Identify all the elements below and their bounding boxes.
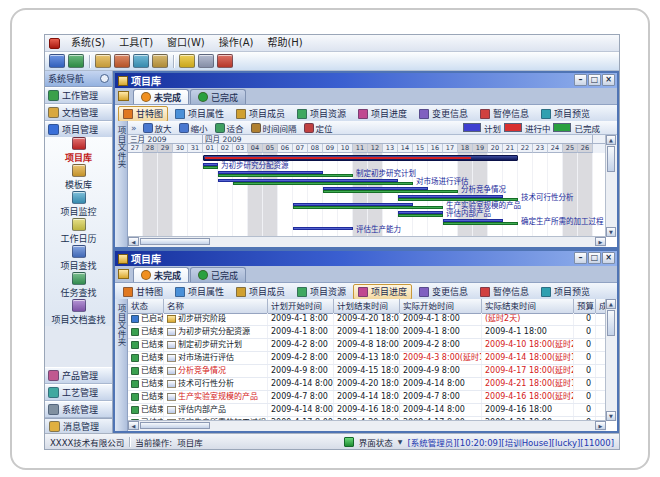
table-row[interactable]: 已结束技术可行性分析2009-4-14 8:002009-4-20 18:002… [128,378,606,391]
view-tab-项目进度[interactable]: 项目进度 [353,106,412,122]
view-tab-项目进度[interactable]: 项目进度 [353,284,412,300]
horizontal-scroll-thumb[interactable] [140,238,210,245]
dropdown-arrow-icon[interactable]: ▼ [398,438,403,445]
minimize-button[interactable]: – [574,74,587,86]
gantt-actual-bar[interactable] [233,182,413,185]
table-row[interactable]: 已结束生产实验室规模的产品2009-4-7 8:002009-4-14 18:0… [128,391,606,404]
menu-item-0[interactable]: 系统(S) [64,35,112,51]
view-tab-变更信息[interactable]: 变更信息 [414,284,473,300]
view-tab-变更信息[interactable]: 变更信息 [414,106,473,122]
minimize-button[interactable]: – [574,252,587,264]
gantt-actual-bar[interactable] [203,166,218,169]
restore-button[interactable]: □ [588,252,601,264]
sidebar-item-模板库[interactable]: 模板库 [45,164,112,191]
sidebar-group-工作管理[interactable]: 工作管理 [45,87,112,104]
view-tab-项目资源[interactable]: 项目资源 [292,106,351,122]
tab-已完成[interactable]: 已完成 [190,267,246,282]
table-row[interactable]: 已结束分析竞争情况2009-4-9 8:002009-4-15 18:00200… [128,365,606,378]
close-button[interactable]: × [602,74,615,86]
scroll-right-button[interactable]: ▶ [595,421,606,430]
column-header-计划开始时间[interactable]: 计划开始时间 [268,299,334,313]
view-tab-项目成员[interactable]: 项目成员 [231,106,290,122]
gantt-plan-bar[interactable] [293,227,353,230]
pushpin-icon[interactable] [100,74,109,83]
table-row[interactable]: 已启动初步研究阶段2009-4-1 8:002009-4-20 18:00200… [128,313,606,326]
refresh-icon[interactable] [68,54,84,68]
vertical-scrollbar[interactable]: ▲▼ [605,135,617,237]
menu-item-3[interactable]: 操作(A) [212,35,261,51]
sidebar-item-项目查找[interactable]: 项目查找 [45,245,112,272]
vertical-scroll-thumb[interactable] [607,310,615,336]
lock-icon[interactable] [179,54,195,68]
menu-item-2[interactable]: 窗口(W) [160,35,212,51]
tab-已完成[interactable]: 已完成 [190,89,246,104]
column-header-计划结束时间[interactable]: 计划结束时间 [334,299,400,313]
scroll-left-button[interactable]: ◀ [128,237,139,246]
scroll-up-button[interactable]: ▲ [606,299,616,309]
horizontal-scrollbar[interactable]: ◀▶ [128,236,606,247]
view-tab-项目属性[interactable]: 项目属性 [170,106,229,122]
sidebar-item-项目文档查找[interactable]: 项目文档查找 [45,299,112,326]
menu-item-4[interactable]: 帮助(H) [260,35,309,51]
ui-state-label[interactable]: 界面状态 [359,436,393,448]
scroll-up-button[interactable]: ▲ [606,135,616,145]
gantt-tool-放大[interactable]: 放大 [140,122,175,134]
view-tab-甘特图[interactable]: 甘特图 [118,284,168,300]
sidebar-group-文档管理[interactable]: 文档管理 [45,104,112,121]
sidebar-group-项目管理[interactable]: 项目管理 [45,121,112,138]
close-button[interactable]: × [602,252,615,264]
folder-sidebar-tab[interactable]: 项目文件夹 [115,121,128,247]
sidebar-group-产品管理[interactable]: 产品管理 [45,367,112,384]
column-header-预算[interactable]: 预算 [574,299,596,313]
view-tab-项目成员[interactable]: 项目成员 [231,284,290,300]
gantt-tool-适合[interactable]: 适合 [212,122,247,134]
sidebar-item-任务查找[interactable]: 任务查找 [45,272,112,299]
sidebar-item-工作日历[interactable]: 工作日历 [45,218,112,245]
key-icon[interactable] [198,54,214,68]
more-tools-icon[interactable]: » [131,123,137,133]
column-header-名称[interactable]: 名称 [164,299,268,313]
tab-未完成[interactable]: 未完成 [133,89,189,104]
window-titlebar[interactable]: 项目库–□× [115,73,617,88]
sidebar-item-项目监控[interactable]: 项目监控 [45,191,112,218]
table-row[interactable]: 已结束评估内部产品2009-4-14 8:002009-4-16 18:0020… [128,404,606,417]
view-tab-甘特图[interactable]: 甘特图 [118,106,168,122]
tab-未完成[interactable]: 未完成 [133,267,189,282]
horizontal-scroll-thumb[interactable] [140,422,210,429]
monitor-icon[interactable] [133,54,149,68]
gantt-tool-缩小[interactable]: 缩小 [176,122,211,134]
restore-button[interactable]: □ [588,74,601,86]
view-tab-暂停信息[interactable]: 暂停信息 [475,284,534,300]
horizontal-scrollbar[interactable]: ◀▶ [128,420,606,431]
scroll-down-button[interactable]: ▼ [606,227,616,237]
view-tab-暂停信息[interactable]: 暂停信息 [475,106,534,122]
folder-icon[interactable] [95,54,111,68]
sidebar-group-系统管理[interactable]: 系统管理 [45,401,112,418]
chart-icon[interactable] [114,54,130,68]
gantt-actual-bar[interactable] [293,206,443,209]
scroll-right-button[interactable]: ▶ [595,237,606,246]
column-header-实际开始时间[interactable]: 实际开始时间 [400,299,482,313]
table-row[interactable]: 已结束制定初步研究计划2009-4-2 8:002009-4-8 18:0020… [128,339,606,352]
gantt-actual-bar[interactable] [218,174,353,177]
folder-sidebar-tab[interactable]: 项目文件夹 [115,299,128,431]
view-tab-项目属性[interactable]: 项目属性 [170,284,229,300]
exit-icon[interactable] [217,54,233,68]
mail-icon[interactable] [152,54,168,68]
project-icon[interactable] [49,54,65,68]
column-header-状态[interactable]: 状态 [128,299,164,313]
menu-item-1[interactable]: 工具(T) [112,35,160,51]
gantt-actual-bar[interactable] [443,222,518,225]
table-row[interactable]: 已结束对市场进行评估2009-4-2 8:002009-4-13 18:0020… [128,352,606,365]
scroll-down-button[interactable]: ▼ [606,411,616,421]
scroll-left-button[interactable]: ◀ [128,421,139,430]
sidebar-item-项目库[interactable]: 项目库 [45,137,112,164]
gantt-actual-bar[interactable] [323,190,458,193]
view-tab-项目资源[interactable]: 项目资源 [292,284,351,300]
vertical-scroll-thumb[interactable] [607,146,615,172]
gantt-tool-定位[interactable]: 定位 [301,122,336,134]
gantt-tool-时间间隔[interactable]: 时间间隔 [248,122,300,134]
view-tab-项目预览[interactable]: 项目预览 [536,284,595,300]
table-row[interactable]: 已结束为初步研究分配资源2009-4-1 8:002009-4-1 18:002… [128,326,606,339]
sidebar-group-工艺管理[interactable]: 工艺管理 [45,384,112,401]
